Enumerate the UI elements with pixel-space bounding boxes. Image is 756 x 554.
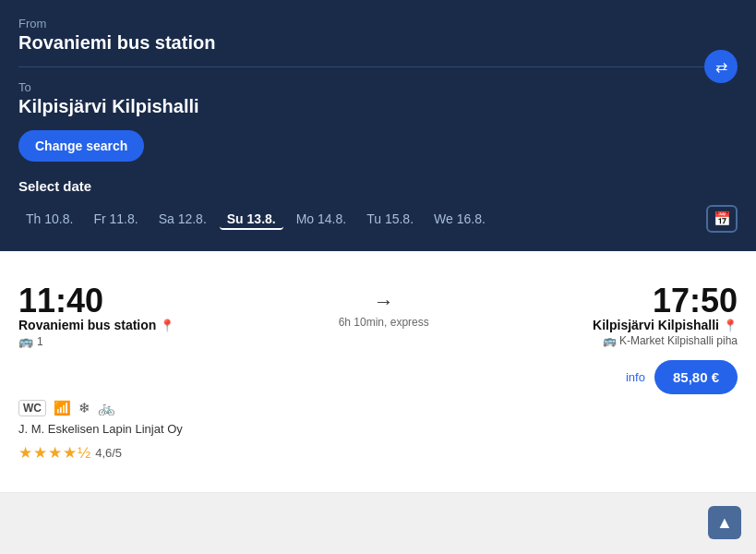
- arrive-stop-name: K-Market Kilpishalli piha: [619, 334, 738, 347]
- depart-pin-icon: 📍: [160, 319, 174, 332]
- date-sat[interactable]: Sa 12.8.: [151, 208, 214, 230]
- arrow-icon: →: [374, 292, 394, 312]
- arrive-station-name: Kilpisjärvi Kilpishalli: [593, 318, 719, 332]
- date-sun-active[interactable]: Su 13.8.: [220, 208, 283, 230]
- price-button[interactable]: 85,80 €: [654, 360, 738, 394]
- route-times-row: 11:40 Rovaniemi bus station 📍 🚌 1 → 6h 1…: [18, 284, 738, 394]
- info-link[interactable]: info: [626, 370, 645, 384]
- change-search-button[interactable]: Change search: [18, 130, 144, 162]
- operator-name: J. M. Eskelisen Lapin Linjat Oy: [18, 422, 738, 436]
- price-row: info 85,80 €: [626, 360, 738, 394]
- results-section: 11:40 Rovaniemi bus station 📍 🚌 1 → 6h 1…: [0, 251, 756, 492]
- arrive-side: 17:50 Kilpisjärvi Kilpishalli 📍 🚌 K-Mark…: [593, 284, 738, 394]
- route-divider: [18, 66, 738, 67]
- swap-button[interactable]: ⇄: [704, 50, 738, 83]
- scroll-top-button[interactable]: ▲: [708, 506, 741, 539]
- date-fri[interactable]: Fr 11.8.: [86, 208, 145, 230]
- bike-icon: 🚲: [98, 400, 115, 416]
- date-selector-row: Th 10.8. Fr 11.8. Sa 12.8. Su 13.8. Mo 1…: [18, 205, 738, 233]
- header-section: From Rovaniemi bus station ⇄ To Kilpisjä…: [0, 0, 756, 251]
- arrive-stop-row: 🚌 K-Market Kilpishalli piha: [603, 334, 738, 347]
- depart-side: 11:40 Rovaniemi bus station 📍 🚌 1: [18, 284, 174, 357]
- result-bottom-divider: [0, 492, 756, 493]
- depart-station-row: Rovaniemi bus station 📍: [18, 318, 174, 332]
- rating-text: 4,6/5: [95, 446, 122, 460]
- wc-badge: WC: [18, 400, 46, 416]
- date-thu[interactable]: Th 10.8.: [18, 208, 80, 230]
- select-date-label: Select date: [18, 178, 738, 194]
- calendar-icon: 📅: [714, 211, 731, 227]
- date-tue[interactable]: Tu 15.8.: [359, 208, 421, 230]
- to-value: Kilpisjärvi Kilpishalli: [18, 96, 738, 117]
- from-label: From: [18, 17, 738, 30]
- wifi-icon: 📶: [54, 400, 71, 416]
- middle-col: → 6h 10min, express: [174, 284, 593, 329]
- depart-time: 11:40: [18, 284, 174, 318]
- arrive-station-row: Kilpisjärvi Kilpishalli 📍: [593, 318, 738, 332]
- date-wed[interactable]: We 16.8.: [426, 208, 493, 230]
- result-card: 11:40 Rovaniemi bus station 📍 🚌 1 → 6h 1…: [18, 270, 738, 477]
- arrive-pin-icon: 📍: [723, 319, 738, 332]
- arrive-bus-icon: 🚌: [603, 334, 617, 347]
- chevron-up-icon: ▲: [716, 513, 733, 533]
- bus-info-row: 🚌 1: [18, 334, 174, 348]
- arrive-time: 17:50: [653, 284, 738, 318]
- amenities-row: WC 📶 ❄ 🚲: [18, 400, 738, 416]
- bus-icon: 🚌: [18, 334, 33, 348]
- duration-text: 6h 10min, express: [339, 316, 429, 329]
- from-value: Rovaniemi bus station: [18, 32, 738, 54]
- calendar-button[interactable]: 📅: [706, 205, 738, 233]
- snow-icon: ❄: [78, 400, 90, 416]
- depart-station-name: Rovaniemi bus station: [18, 318, 156, 332]
- bus-number: 1: [37, 335, 43, 348]
- to-label: To: [18, 80, 738, 94]
- stars-row: ★★★★½ 4,6/5: [18, 443, 738, 463]
- date-mon[interactable]: Mo 14.8.: [289, 208, 354, 230]
- swap-icon: ⇄: [715, 58, 727, 76]
- stars-display: ★★★★½: [18, 443, 91, 463]
